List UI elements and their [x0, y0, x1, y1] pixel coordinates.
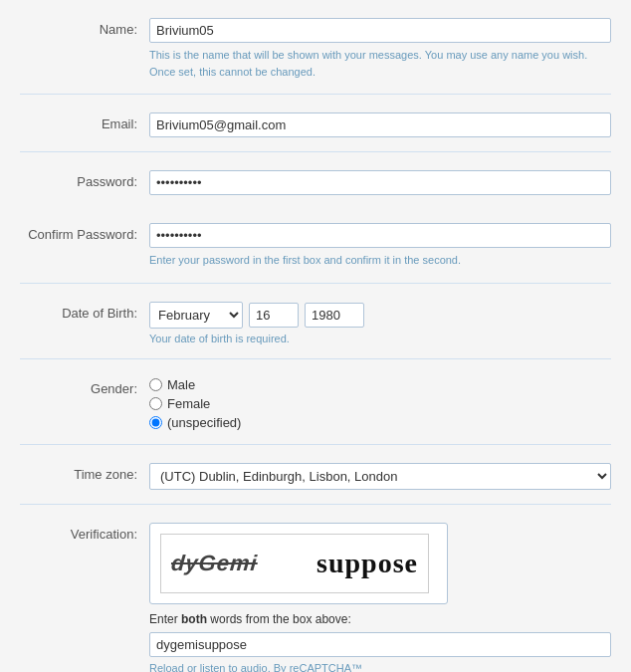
gender-female-option[interactable]: Female — [149, 396, 611, 411]
gender-male-radio[interactable] — [149, 378, 162, 391]
confirm-password-row: Confirm Password: Enter your password in… — [20, 215, 611, 284]
verification-field-col: dyGemi suppose Enter both words from the… — [149, 523, 611, 673]
gender-unspecified-label: (unspecified) — [167, 415, 241, 430]
timezone-row: Time zone: (UTC) Dublin, Edinburgh, Lisb… — [20, 455, 611, 505]
recaptcha-audio-link[interactable]: listen to — [200, 662, 238, 673]
email-label: Email: — [20, 112, 149, 131]
gender-row: Gender: Male Female (unspecified) — [20, 369, 611, 445]
dob-day-input[interactable] — [249, 303, 299, 328]
timezone-field-col: (UTC) Dublin, Edinburgh, Lisbon, London — [149, 463, 611, 490]
password-field-col — [149, 170, 611, 195]
dob-field-col: January February March April May June Ju… — [149, 302, 611, 344]
dob-inputs: January February March April May June Ju… — [149, 302, 611, 329]
gender-label: Gender: — [20, 377, 149, 396]
captcha-image: dyGemi suppose — [160, 534, 429, 593]
registration-form: Name: This is the name that will be show… — [0, 0, 631, 672]
password-label: Password: — [20, 170, 149, 189]
gender-field-col: Male Female (unspecified) — [149, 377, 611, 430]
name-input[interactable] — [149, 18, 611, 43]
confirm-password-input[interactable] — [149, 223, 611, 248]
verification-row: Verification: dyGemi suppose Enter both … — [20, 515, 611, 673]
dob-label: Date of Birth: — [20, 302, 149, 321]
dob-help-text: Your date of birth is required. — [149, 333, 611, 344]
recaptcha-reload-link[interactable]: Reload — [149, 662, 184, 673]
gender-male-option[interactable]: Male — [149, 377, 611, 392]
gender-female-label: Female — [167, 396, 210, 411]
gender-unspecified-option[interactable]: (unspecified) — [149, 415, 611, 430]
gender-male-label: Male — [167, 377, 195, 392]
watermark-corner: www.nulled.to ❤ LoveNulled.com — [472, 655, 631, 673]
name-label: Name: — [20, 18, 149, 37]
email-input[interactable] — [149, 112, 611, 137]
password-help-text: Enter your password in the first box and… — [149, 252, 611, 269]
timezone-label: Time zone: — [20, 463, 149, 482]
email-field-col — [149, 112, 611, 137]
captcha-left-text: dyGemi — [170, 551, 259, 576]
gender-unspecified-radio[interactable] — [149, 416, 162, 429]
captcha-instructions: Enter both words from the box above: — [149, 612, 611, 626]
dob-row: Date of Birth: January February March Ap… — [20, 294, 611, 359]
captcha-box: dyGemi suppose — [149, 523, 448, 604]
verification-label: Verification: — [20, 523, 149, 542]
captcha-input[interactable] — [149, 632, 611, 657]
name-help-text: This is the name that will be shown with… — [149, 47, 611, 80]
email-row: Email: — [20, 105, 611, 152]
gender-female-radio[interactable] — [149, 397, 162, 410]
timezone-select[interactable]: (UTC) Dublin, Edinburgh, Lisbon, London — [149, 463, 611, 490]
password-row: Password: — [20, 162, 611, 203]
password-input[interactable] — [149, 170, 611, 195]
gender-options: Male Female (unspecified) — [149, 377, 611, 430]
confirm-password-field-col: Enter your password in the first box and… — [149, 223, 611, 269]
dob-year-input[interactable] — [305, 303, 364, 328]
confirm-password-label: Confirm Password: — [20, 223, 149, 242]
name-row: Name: This is the name that will be show… — [20, 10, 611, 95]
captcha-right-text: suppose — [316, 548, 418, 579]
name-field-col: This is the name that will be shown with… — [149, 18, 611, 80]
dob-month-select[interactable]: January February March April May June Ju… — [149, 302, 243, 329]
